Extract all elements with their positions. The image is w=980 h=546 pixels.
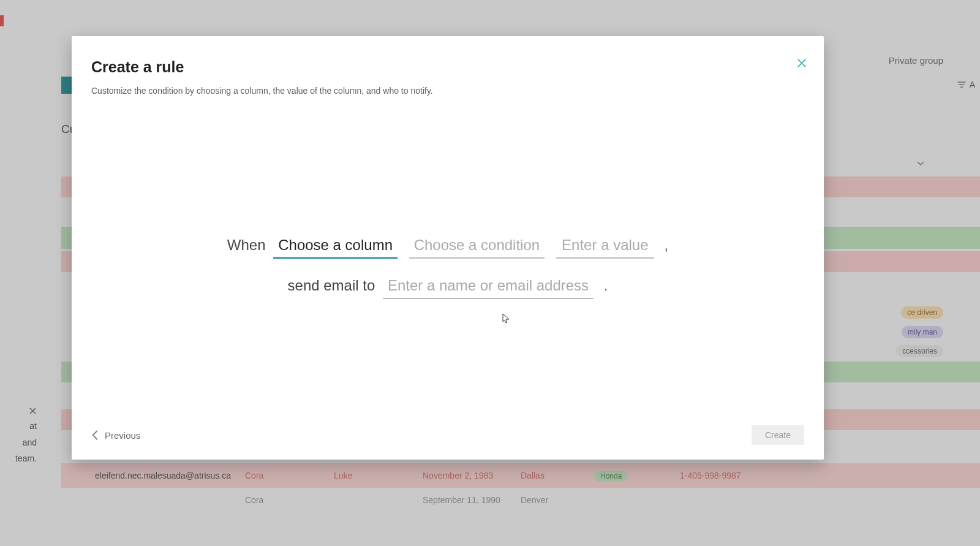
close-icon — [797, 58, 807, 68]
create-rule-dialog: Create a rule Customize the condition by… — [72, 36, 824, 460]
rule-line-action: send email to Enter a name or email addr… — [72, 276, 824, 299]
send-email-label: send email to — [288, 277, 375, 294]
dialog-footer: Previous Create — [91, 425, 804, 445]
rule-builder: When Choose a column Choose a condition … — [72, 235, 824, 316]
close-button[interactable] — [793, 55, 810, 72]
chevron-left-icon — [91, 430, 99, 441]
comma: , — [662, 237, 668, 253]
value-input[interactable]: Enter a value — [556, 235, 654, 259]
recipient-input[interactable]: Enter a name or email address — [383, 276, 594, 299]
column-picker[interactable]: Choose a column — [273, 235, 398, 259]
when-label: When — [227, 237, 266, 253]
dialog-title: Create a rule — [91, 58, 804, 76]
dialog-subtitle: Customize the condition by choosing a co… — [91, 86, 804, 96]
period: . — [601, 277, 608, 294]
condition-picker[interactable]: Choose a condition — [409, 235, 545, 259]
rule-line-condition: When Choose a column Choose a condition … — [72, 235, 824, 259]
previous-label: Previous — [105, 430, 140, 441]
create-button[interactable]: Create — [752, 425, 804, 445]
previous-button[interactable]: Previous — [91, 430, 140, 441]
